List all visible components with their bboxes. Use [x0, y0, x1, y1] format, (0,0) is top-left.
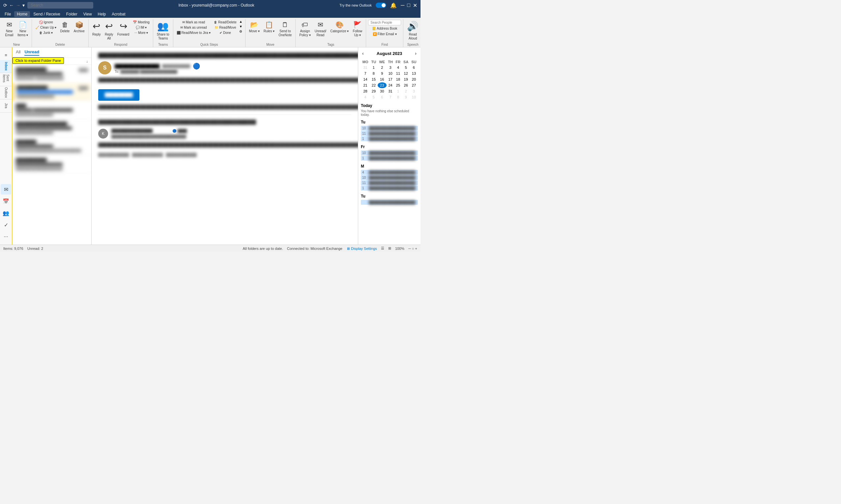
calendar-day-cell[interactable]: 6: [378, 94, 387, 100]
tab-all[interactable]: All: [16, 49, 20, 56]
title-bar-search-input[interactable]: [27, 2, 93, 8]
minimize-button[interactable]: ─: [401, 2, 404, 8]
calendar-nav-button[interactable]: 📅: [1, 196, 11, 206]
unread-read-button[interactable]: ✉ Unread/Read: [313, 20, 328, 38]
calendar-day-cell[interactable]: 5: [370, 94, 377, 100]
calendar-day-cell[interactable]: 24: [387, 82, 394, 88]
calendar-day-cell[interactable]: 7: [387, 94, 394, 100]
close-button[interactable]: ✕: [413, 2, 417, 8]
calendar-day-cell[interactable]: 5: [402, 65, 410, 70]
forward-nav-icon[interactable]: →: [16, 3, 20, 8]
search-people-input[interactable]: [368, 20, 401, 25]
email-item-6[interactable]: ████████████ ████████████████████ ██████…: [13, 156, 91, 174]
folder-pane-tooltip[interactable]: Click to expand Folder Pane: [13, 57, 64, 64]
cal-event-tu2-1[interactable]: ████████████████████: [361, 200, 418, 205]
read-delete-button[interactable]: 🗑 Read/Delete: [212, 20, 238, 25]
ignore-button[interactable]: 🚫 Ignore: [34, 20, 58, 25]
cal-event-tu-3[interactable]: 1 ████████████████████: [361, 136, 418, 141]
calendar-day-cell[interactable]: 10: [387, 70, 394, 76]
people-nav-button[interactable]: 👥: [1, 208, 11, 218]
menu-view[interactable]: View: [81, 11, 95, 17]
calendar-day-cell[interactable]: 26: [402, 82, 410, 88]
refresh-icon[interactable]: ⟳: [3, 3, 7, 8]
zoom-adjust-icon[interactable]: ─ ○ +: [408, 247, 417, 251]
new-outlook-toggle[interactable]: [376, 3, 386, 8]
sent-items-pane-item[interactable]: Sent Items: [0, 73, 12, 86]
cal-event-m-3[interactable]: 11 ████████████████████: [361, 180, 418, 185]
calendar-day-cell[interactable]: 29: [370, 88, 377, 94]
cta-button[interactable]: ██████████: [98, 89, 139, 101]
clean-up-button[interactable]: 🧹 Clean Up ▾: [34, 25, 58, 30]
calendar-day-cell[interactable]: 23: [378, 82, 387, 88]
menu-folder[interactable]: Folder: [64, 11, 80, 17]
cal-event-fr-1[interactable]: 10 ████████████████████: [361, 150, 418, 156]
categorize-button[interactable]: 🎨 Categorize ▾: [329, 20, 350, 34]
more-nav-button[interactable]: ···: [1, 231, 11, 242]
calendar-day-cell[interactable]: 2: [378, 65, 387, 70]
calendar-day-cell[interactable]: 4: [394, 65, 402, 70]
reply-button[interactable]: ↩ Reply: [91, 20, 102, 38]
calendar-day-cell[interactable]: 10: [410, 94, 418, 100]
filter-sort-icon[interactable]: ↓: [86, 59, 88, 63]
read-aloud-button[interactable]: 🔊 ReadAloud: [405, 20, 420, 41]
cal-event-m-2[interactable]: 10 ████████████████████: [361, 175, 418, 180]
display-settings-link[interactable]: 🖥 Display Settings: [346, 247, 377, 251]
calendar-day-cell[interactable]: 19: [402, 76, 410, 82]
mark-as-unread-button[interactable]: ✉ Mark as unread: [175, 25, 212, 30]
assign-policy-button[interactable]: 🏷 AssignPolicy ▾: [297, 20, 312, 38]
calendar-day-cell[interactable]: 31: [361, 65, 370, 70]
view-mode-icon-1[interactable]: ☰: [381, 246, 384, 251]
email-item-4[interactable]: ████████████████████ ███████████████████…: [13, 119, 91, 137]
im-button[interactable]: 💬 IM ▾: [132, 25, 151, 30]
calendar-day-cell[interactable]: 3: [410, 88, 418, 94]
calendar-day-cell[interactable]: 1: [370, 65, 377, 70]
read-move-jira-button[interactable]: ⬛ Read/Move to Jira ▾: [175, 30, 212, 35]
calendar-day-cell[interactable]: 13: [410, 70, 418, 76]
calendar-day-cell[interactable]: 27: [410, 82, 418, 88]
outbox-pane-item[interactable]: Outbox: [0, 86, 12, 100]
calendar-day-cell[interactable]: 28: [361, 88, 370, 94]
new-items-button[interactable]: 📄 NewItems ▾: [16, 20, 30, 38]
calendar-day-cell[interactable]: 16: [378, 76, 387, 82]
calendar-day-cell[interactable]: 22: [370, 82, 377, 88]
calendar-day-cell[interactable]: 9: [378, 70, 387, 76]
email-item-3[interactable]: ████ ███████ █████████████████ █████████…: [13, 101, 91, 119]
notification-icon[interactable]: 🔔: [390, 2, 397, 8]
inbox-pane-item[interactable]: Inbox: [0, 60, 12, 73]
calendar-day-cell[interactable]: 11: [394, 70, 402, 76]
calendar-day-cell[interactable]: 1: [394, 88, 402, 94]
calendar-day-cell[interactable]: 4: [361, 94, 370, 100]
calendar-day-cell[interactable]: 18: [394, 76, 402, 82]
calendar-day-cell[interactable]: 31: [387, 88, 394, 94]
quick-steps-up-icon[interactable]: ▲: [239, 20, 243, 23]
send-onenote-button[interactable]: 🗒 Send toOneNote: [277, 20, 293, 38]
calendar-day-cell[interactable]: 7: [361, 70, 370, 76]
share-teams-button[interactable]: 👥 Share toTeams: [155, 20, 171, 41]
done-button[interactable]: ✔ Done: [212, 30, 238, 35]
calendar-next-button[interactable]: ›: [414, 50, 418, 57]
menu-file[interactable]: File: [2, 11, 14, 17]
tab-unread[interactable]: Unread: [24, 49, 39, 56]
calendar-day-cell[interactable]: 25: [394, 82, 402, 88]
calendar-day-cell[interactable]: 12: [402, 70, 410, 76]
cal-event-m-1[interactable]: 4 ████████████████████: [361, 170, 418, 175]
delete-button[interactable]: 🗑 Delete: [58, 20, 71, 34]
email-item-5[interactable]: ████████ ████████████████ ██████████████…: [13, 137, 91, 156]
tasks-nav-button[interactable]: ✓: [1, 220, 11, 230]
jira-pane-item[interactable]: Jira: [0, 100, 12, 113]
email-item-2[interactable]: ████████████ ████ ██████████████████████…: [13, 83, 91, 101]
mail-nav-button[interactable]: ✉: [1, 184, 11, 195]
cal-event-m-4[interactable]: 1 ████████████████████: [361, 186, 418, 191]
calendar-prev-button[interactable]: ‹: [361, 50, 365, 57]
filter-email-button[interactable]: 🔽 Filter Email ▾: [368, 32, 401, 37]
cal-event-tu-2[interactable]: 11 ████████████████████: [361, 131, 418, 136]
mark-as-read-button[interactable]: ✉ Mark as read: [175, 20, 212, 25]
rules-button[interactable]: 📋 Rules ▾: [262, 20, 276, 34]
calendar-day-cell[interactable]: 15: [370, 76, 377, 82]
new-email-button[interactable]: ✉ NewEmail: [3, 20, 15, 38]
cal-event-tu-1[interactable]: 10 ████████████████████: [361, 126, 418, 131]
calendar-day-cell[interactable]: 2: [402, 88, 410, 94]
calendar-day-cell[interactable]: 30: [378, 88, 387, 94]
view-mode-icon-2[interactable]: ⊞: [388, 246, 391, 251]
calendar-day-cell[interactable]: 14: [361, 76, 370, 82]
